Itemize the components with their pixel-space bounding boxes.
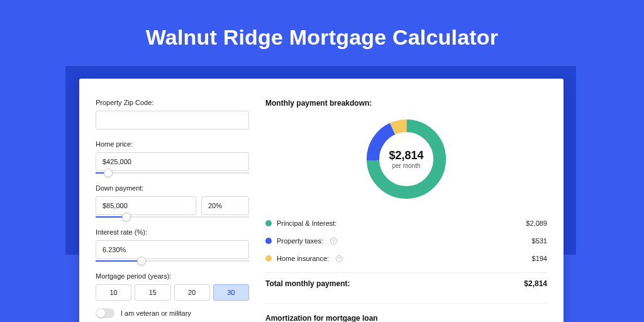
period-btn-15[interactable]: 15 [135,284,170,301]
donut-chart: $2,814 per month [265,115,547,203]
legend-label: Property taxes: [277,237,323,245]
legend-value: $531 [532,237,547,245]
down-payment-input[interactable] [96,196,196,215]
down-payment-field: Down payment: [96,184,249,218]
home-price-label: Home price: [96,140,249,148]
home-price-slider[interactable] [96,172,249,174]
breakdown-heading: Monthly payment breakdown: [265,99,547,108]
legend-row-principal: Principal & Interest: $2,089 [265,214,547,232]
period-btn-10[interactable]: 10 [96,284,131,301]
period-options: 10 15 20 30 [96,284,249,301]
donut-center: $2,814 per month [389,149,423,169]
down-payment-slider-thumb[interactable] [122,213,131,221]
total-amount: $2,814 [524,279,547,288]
total-label: Total monthly payment: [265,279,350,288]
zip-field: Property Zip Code: [96,99,249,130]
zip-input[interactable] [96,111,249,130]
dot-icon [265,255,272,262]
interest-input[interactable] [96,240,249,259]
interest-slider-fill [96,260,142,262]
interest-slider[interactable] [96,260,249,262]
down-payment-label: Down payment: [96,184,249,192]
legend-row-taxes: Property taxes: ? $531 [265,232,547,250]
amortization-heading: Amortization for mortgage loan [265,314,547,322]
home-price-field: Home price: [96,140,249,174]
veteran-label: I am veteran or military [121,309,191,317]
interest-label: Interest rate (%): [96,228,249,236]
toggle-knob [96,309,105,318]
donut-total-value: $2,814 [389,149,423,162]
calculator-card: Property Zip Code: Home price: Down paym… [79,79,564,322]
total-row: Total monthly payment: $2,814 [265,273,547,288]
form-column: Property Zip Code: Home price: Down paym… [96,99,249,322]
period-btn-30[interactable]: 30 [213,284,249,301]
legend-label: Home insurance: [277,255,329,262]
legend-label: Principal & Interest: [277,219,336,227]
page-title: Walnut Ridge Mortgage Calculator [0,0,644,50]
breakdown-column: Monthly payment breakdown: $2,814 per mo… [265,99,547,322]
zip-label: Property Zip Code: [96,99,249,106]
veteran-row: I am veteran or military [96,308,249,318]
home-price-slider-thumb[interactable] [104,169,113,177]
legend-row-insurance: Home insurance: ? $194 [265,250,547,267]
period-label: Mortgage period (years): [96,272,249,280]
down-payment-pct-input[interactable] [201,196,249,215]
period-field: Mortgage period (years): 10 15 20 30 [96,272,249,301]
dot-icon [265,220,272,226]
legend-value: $194 [532,255,547,262]
period-btn-20[interactable]: 20 [174,284,210,301]
amortization-section: Amortization for mortgage loan Amortizat… [265,303,547,322]
info-icon[interactable]: ? [336,255,343,262]
down-payment-slider[interactable] [96,216,249,218]
donut-total-suffix: per month [389,162,423,169]
interest-field: Interest rate (%): [96,228,249,262]
interest-slider-thumb[interactable] [137,257,146,265]
info-icon[interactable]: ? [330,238,337,245]
veteran-toggle[interactable] [96,308,114,318]
home-price-input[interactable] [96,152,249,171]
legend-value: $2,089 [526,219,547,227]
dot-icon [265,238,272,244]
